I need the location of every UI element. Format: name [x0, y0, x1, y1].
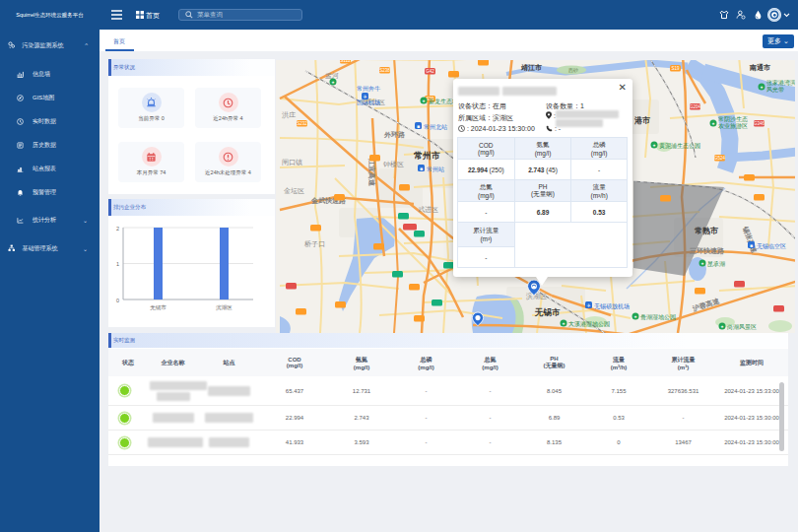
- svg-text:★: ★: [652, 143, 656, 148]
- svg-text:无锡市: 无锡市: [150, 304, 166, 311]
- svg-text:常州奔牛: 常州奔牛: [357, 86, 380, 92]
- svg-text:无锡硕放机场: 无锡硕放机场: [594, 302, 630, 310]
- svg-text:港市: 港市: [633, 115, 650, 125]
- svg-text:常州站: 常州站: [427, 166, 444, 173]
- svg-text:G42: G42: [426, 69, 434, 74]
- svg-text:贵湖湿地公园: 贵湖湿地公园: [640, 313, 676, 321]
- svg-text:★: ★: [711, 121, 715, 126]
- svg-text:2: 2: [116, 226, 119, 232]
- svg-text:黄泥浦生态公园: 黄泥浦生态公园: [659, 142, 700, 150]
- svg-text:金坛区: 金坛区: [284, 187, 304, 194]
- svg-text:西砂: 西砂: [568, 67, 578, 74]
- svg-text:无锡市: 无锡市: [534, 307, 561, 317]
- svg-text:钟楼区: 钟楼区: [382, 161, 404, 168]
- svg-text:桥子口: 桥子口: [303, 240, 325, 248]
- svg-text:外环路: 外环路: [383, 131, 406, 139]
- svg-text:农业旅游区: 农业旅游区: [718, 122, 748, 130]
- svg-text:S232: S232: [297, 121, 307, 126]
- svg-text:滨湖区: 滨湖区: [216, 304, 233, 311]
- svg-text:风光带: 风光带: [766, 87, 784, 94]
- svg-text:大溪港湿地公园: 大溪港湿地公园: [568, 320, 610, 328]
- svg-text:1: 1: [116, 261, 119, 267]
- svg-text:洪庄: 洪庄: [282, 111, 296, 119]
- svg-text:★: ★: [633, 314, 637, 319]
- svg-text:■: ■: [417, 123, 420, 129]
- svg-text:G524: G524: [714, 156, 726, 161]
- svg-text:S122: S122: [340, 60, 351, 63]
- svg-text:常阴沙生态: 常阴沙生态: [718, 115, 748, 123]
- svg-text:常熟市: 常熟市: [695, 226, 718, 235]
- svg-text:S238: S238: [379, 68, 390, 73]
- svg-text:■: ■: [420, 166, 423, 171]
- svg-text:★: ★: [331, 80, 335, 85]
- svg-text:张家港湾滨江: 张家港湾滨江: [766, 79, 795, 87]
- svg-text:G204: G204: [690, 104, 701, 109]
- svg-text:国际机场: 国际机场: [357, 99, 380, 106]
- svg-text:闸口镇: 闸口镇: [282, 159, 302, 166]
- svg-text:★: ★: [422, 99, 426, 103]
- svg-text:无锡临空区: 无锡临空区: [757, 242, 786, 250]
- svg-text:江宜高速: 江宜高速: [367, 158, 376, 187]
- svg-text:G346: G346: [754, 121, 765, 126]
- svg-text:三环快速路: 三环快速路: [690, 247, 725, 255]
- svg-text:★: ★: [562, 321, 565, 326]
- svg-text:常州北站: 常州北站: [424, 123, 447, 131]
- svg-text:南通市: 南通市: [749, 63, 770, 72]
- svg-text:昆承湖: 昆承湖: [707, 261, 725, 268]
- svg-text:✈: ✈: [586, 302, 590, 308]
- svg-text:★: ★: [720, 324, 724, 329]
- svg-text:★: ★: [760, 85, 764, 90]
- svg-text:★: ★: [700, 261, 704, 266]
- svg-text:S19: S19: [671, 66, 680, 71]
- svg-text:尚湖风景区: 尚湖风景区: [727, 323, 757, 331]
- svg-text:0: 0: [116, 298, 119, 303]
- svg-text:靖江市: 靖江市: [520, 63, 542, 72]
- svg-text:■: ■: [750, 242, 753, 248]
- svg-text:武进区: 武进区: [418, 206, 438, 214]
- svg-text:常州市: 常州市: [414, 151, 440, 161]
